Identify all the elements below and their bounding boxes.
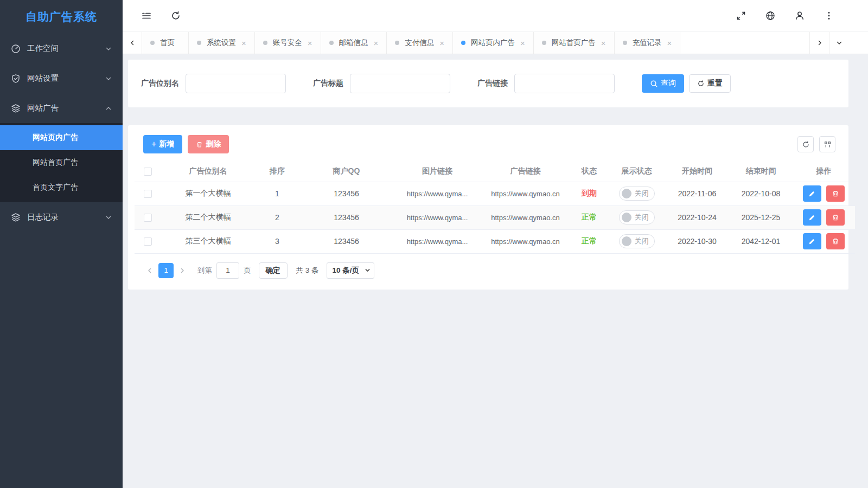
column-settings-icon[interactable] [819, 136, 835, 152]
page-unit-label: 页 [244, 266, 251, 275]
page-size-select[interactable]: 10 条/页 [327, 262, 374, 279]
edit-button[interactable] [803, 233, 821, 249]
tab-close-icon[interactable]: × [439, 39, 444, 47]
cell-image-link: https://www.qyma... [394, 229, 481, 253]
tab-dot-icon [150, 41, 155, 45]
globe-icon[interactable] [765, 10, 776, 21]
toggle-label: 关闭 [635, 189, 649, 198]
tab-dot-icon [197, 41, 201, 45]
delete-button[interactable] [826, 209, 845, 226]
search-panel: 广告位别名 广告标题 广告链接 查询 重置 [128, 60, 848, 107]
query-button[interactable]: 查询 [642, 74, 684, 93]
goto-label: 到第 [197, 266, 212, 275]
add-button[interactable]: + 新增 [143, 135, 182, 153]
more-dots-icon[interactable] [824, 10, 834, 21]
search-input[interactable] [514, 74, 615, 93]
chevron-icon [105, 75, 112, 82]
tabs-menu-icon[interactable] [829, 32, 848, 54]
toggle-label: 关闭 [635, 213, 649, 222]
tab-dot-icon [395, 41, 399, 45]
select-all-checkbox[interactable] [144, 168, 152, 176]
sidebar-menu-item[interactable]: 日志记录 [0, 202, 123, 232]
search-input[interactable] [350, 74, 450, 93]
fullscreen-icon[interactable] [736, 10, 746, 21]
tab[interactable]: 邮箱信息 × [321, 32, 387, 54]
sidebar-submenu-item[interactable]: 首页文字广告 [0, 175, 123, 200]
tabs-scroll-right-icon[interactable] [809, 32, 829, 54]
cell-actions [793, 182, 855, 206]
sidebar-menu: 工作空间 网站设置 网站广告 网站页内广告 网站首页广告 首页文字广告 日志记录 [0, 34, 123, 232]
row-checkbox[interactable] [144, 214, 152, 222]
search-field: 广告链接 [477, 74, 615, 93]
tab[interactable]: 支付信息 × [387, 32, 453, 54]
row-checkbox[interactable] [144, 190, 152, 198]
edit-button[interactable] [803, 185, 821, 202]
sidebar-menu-item[interactable]: 网站广告 [0, 93, 123, 123]
toggle-knob-icon [622, 236, 631, 246]
cell-image-link: https://www.qyma... [394, 206, 481, 229]
batch-delete-button[interactable]: 删除 [188, 135, 229, 153]
refresh-icon[interactable] [170, 10, 181, 21]
row-checkbox[interactable] [144, 237, 152, 246]
tab-label: 网站首页广告 [552, 38, 596, 48]
tab-close-icon[interactable]: × [374, 39, 379, 47]
column-header: 展示状态 [608, 161, 665, 182]
tab-close-icon[interactable]: × [241, 39, 246, 47]
tab-dot-icon [329, 41, 334, 45]
column-header: 结束时间 [729, 161, 793, 182]
cell-qq: 123456 [299, 206, 394, 229]
tabbar: 首页 系统设置 × 账号安全 × 邮箱信息 × 支付信息 × 网站页内广告 × … [123, 31, 868, 54]
search-input[interactable] [186, 74, 286, 93]
tab-close-icon[interactable]: × [601, 39, 606, 47]
tab[interactable]: 网站页内广告 × [453, 32, 534, 54]
prev-page-icon[interactable] [143, 267, 156, 274]
tab-close-icon[interactable]: × [520, 39, 525, 47]
reset-button[interactable]: 重置 [689, 74, 731, 93]
tab-close-icon[interactable]: × [308, 39, 312, 47]
tab[interactable]: 网站首页广告 × [534, 32, 615, 54]
display-toggle[interactable]: 关闭 [619, 210, 655, 224]
cell-start-time: 2022-11-06 [665, 182, 729, 206]
column-header: 状态 [570, 161, 608, 182]
sidebar-submenu-item[interactable]: 网站页内广告 [0, 125, 123, 150]
menu-item-label: 网站广告 [27, 103, 105, 113]
tab-label: 支付信息 [405, 38, 434, 48]
tab[interactable]: 首页 [142, 32, 189, 54]
cell-status: 到期 [570, 182, 608, 206]
toggle-knob-icon [622, 213, 631, 222]
cell-alias: 第三个大横幅 [161, 229, 256, 253]
cell-end-time: 2025-12-25 [729, 206, 793, 229]
display-toggle[interactable]: 关闭 [619, 187, 655, 201]
column-header: 图片链接 [394, 161, 481, 182]
next-page-icon[interactable] [176, 267, 189, 274]
tab[interactable]: 账号安全 × [255, 32, 321, 54]
edit-button[interactable] [803, 209, 821, 226]
sidebar-menu-item[interactable]: 网站设置 [0, 63, 123, 93]
goto-confirm-button[interactable]: 确定 [259, 262, 288, 279]
column-header: 广告位别名 [161, 161, 256, 182]
menu-item-label: 日志记录 [27, 212, 105, 222]
dashboard-icon [11, 44, 21, 54]
display-toggle[interactable]: 关闭 [619, 234, 655, 248]
sidebar-menu-item[interactable]: 工作空间 [0, 34, 123, 63]
tab-close-icon[interactable]: × [667, 39, 672, 47]
menu-item-label: 工作空间 [27, 43, 105, 54]
layers-icon [11, 104, 21, 113]
user-icon[interactable] [794, 10, 805, 21]
tab[interactable]: 充值记录 × [615, 32, 681, 54]
goto-page-input[interactable] [216, 262, 239, 279]
delete-button[interactable] [826, 233, 845, 249]
table-header-row: 广告位别名排序商户QQ图片链接广告链接状态展示状态开始时间结束时间操作 [135, 161, 855, 182]
sidebar-submenu-item[interactable]: 网站首页广告 [0, 150, 123, 175]
page-number-button[interactable]: 1 [158, 263, 174, 278]
delete-button[interactable] [826, 185, 845, 202]
tab-label: 系统设置 [207, 38, 236, 48]
fold-icon[interactable] [141, 10, 152, 21]
table-refresh-icon[interactable] [797, 136, 814, 152]
cell-qq: 123456 [299, 229, 394, 253]
tab[interactable]: 系统设置 × [189, 32, 255, 54]
cell-order: 1 [256, 182, 299, 206]
column-header: 广告链接 [481, 161, 570, 182]
tabs-scroll-left-icon[interactable] [123, 32, 142, 54]
cell-start-time: 2022-10-30 [665, 229, 729, 253]
